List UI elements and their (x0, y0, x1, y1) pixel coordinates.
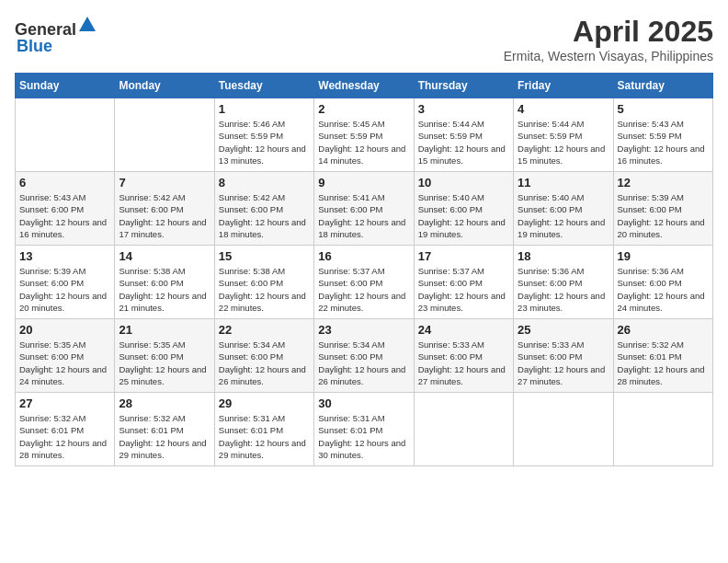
day-number: 14 (119, 249, 210, 263)
weekday-header-row: SundayMondayTuesdayWednesdayThursdayFrid… (16, 74, 713, 98)
day-info: Sunrise: 5:43 AMSunset: 6:00 PMDaylight:… (19, 191, 110, 240)
calendar-cell: 18Sunrise: 5:36 AMSunset: 6:00 PMDayligh… (514, 246, 613, 319)
weekday-header-sunday: Sunday (16, 74, 115, 98)
logo-icon (77, 15, 97, 35)
calendar-cell: 14Sunrise: 5:38 AMSunset: 6:00 PMDayligh… (115, 246, 214, 319)
day-info: Sunrise: 5:39 AMSunset: 6:00 PMDaylight:… (19, 265, 110, 314)
page-header: General Blue April 2025 Ermita, Western … (15, 15, 713, 63)
day-number: 28 (119, 396, 210, 410)
day-number: 25 (518, 323, 609, 337)
day-number: 18 (518, 249, 609, 263)
day-number: 16 (318, 249, 409, 263)
day-info: Sunrise: 5:42 AMSunset: 6:00 PMDaylight:… (119, 191, 210, 240)
calendar-cell: 5Sunrise: 5:43 AMSunset: 5:59 PMDaylight… (613, 98, 712, 172)
calendar-cell: 12Sunrise: 5:39 AMSunset: 6:00 PMDayligh… (613, 172, 712, 246)
logo-blue: Blue (17, 37, 52, 55)
day-number: 12 (618, 176, 709, 190)
day-info: Sunrise: 5:31 AMSunset: 6:01 PMDaylight:… (318, 412, 409, 461)
calendar-cell: 9Sunrise: 5:41 AMSunset: 6:00 PMDaylight… (314, 172, 414, 246)
day-number: 1 (219, 102, 310, 116)
calendar-cell (115, 98, 214, 172)
day-number: 13 (19, 249, 110, 263)
day-info: Sunrise: 5:45 AMSunset: 5:59 PMDaylight:… (318, 118, 409, 167)
week-row-4: 20Sunrise: 5:35 AMSunset: 6:00 PMDayligh… (16, 319, 713, 393)
day-info: Sunrise: 5:34 AMSunset: 6:00 PMDaylight:… (219, 339, 310, 387)
logo: General Blue (15, 15, 98, 54)
calendar-cell (16, 98, 115, 172)
weekday-header-wednesday: Wednesday (314, 74, 414, 98)
calendar-cell (414, 393, 513, 466)
calendar-cell: 24Sunrise: 5:33 AMSunset: 6:00 PMDayligh… (414, 319, 513, 393)
calendar-cell: 21Sunrise: 5:35 AMSunset: 6:00 PMDayligh… (115, 319, 214, 393)
month-year: April 2025 (504, 15, 713, 49)
weekday-header-thursday: Thursday (414, 74, 513, 98)
week-row-5: 27Sunrise: 5:32 AMSunset: 6:01 PMDayligh… (16, 393, 713, 466)
day-info: Sunrise: 5:32 AMSunset: 6:01 PMDaylight:… (19, 412, 110, 461)
day-info: Sunrise: 5:36 AMSunset: 6:00 PMDaylight:… (618, 265, 709, 314)
week-row-3: 13Sunrise: 5:39 AMSunset: 6:00 PMDayligh… (16, 246, 713, 319)
day-info: Sunrise: 5:42 AMSunset: 6:00 PMDaylight:… (219, 191, 310, 240)
day-info: Sunrise: 5:32 AMSunset: 6:01 PMDaylight:… (618, 339, 709, 387)
day-info: Sunrise: 5:38 AMSunset: 6:00 PMDaylight:… (219, 265, 310, 314)
day-number: 24 (418, 323, 509, 337)
day-info: Sunrise: 5:33 AMSunset: 6:00 PMDaylight:… (518, 339, 609, 387)
calendar-cell: 25Sunrise: 5:33 AMSunset: 6:00 PMDayligh… (514, 319, 613, 393)
day-number: 22 (219, 323, 310, 337)
calendar-cell: 22Sunrise: 5:34 AMSunset: 6:00 PMDayligh… (214, 319, 313, 393)
day-number: 19 (618, 249, 709, 263)
day-number: 9 (318, 176, 409, 190)
week-row-2: 6Sunrise: 5:43 AMSunset: 6:00 PMDaylight… (16, 172, 713, 246)
calendar-cell: 27Sunrise: 5:32 AMSunset: 6:01 PMDayligh… (16, 393, 115, 466)
weekday-header-monday: Monday (115, 74, 214, 98)
day-info: Sunrise: 5:39 AMSunset: 6:00 PMDaylight:… (618, 191, 709, 240)
day-number: 4 (518, 102, 609, 116)
day-number: 27 (19, 396, 110, 410)
weekday-header-tuesday: Tuesday (214, 74, 313, 98)
week-row-1: 1Sunrise: 5:46 AMSunset: 5:59 PMDaylight… (16, 98, 713, 172)
day-info: Sunrise: 5:44 AMSunset: 5:59 PMDaylight:… (518, 118, 609, 167)
day-info: Sunrise: 5:35 AMSunset: 6:00 PMDaylight:… (19, 339, 110, 387)
calendar-cell: 3Sunrise: 5:44 AMSunset: 5:59 PMDaylight… (414, 98, 513, 172)
calendar-cell: 6Sunrise: 5:43 AMSunset: 6:00 PMDaylight… (16, 172, 115, 246)
day-info: Sunrise: 5:38 AMSunset: 6:00 PMDaylight:… (119, 265, 210, 314)
day-info: Sunrise: 5:43 AMSunset: 5:59 PMDaylight:… (618, 118, 709, 167)
day-number: 30 (318, 396, 409, 410)
calendar-cell: 30Sunrise: 5:31 AMSunset: 6:01 PMDayligh… (314, 393, 414, 466)
calendar-cell: 8Sunrise: 5:42 AMSunset: 6:00 PMDaylight… (214, 172, 313, 246)
day-number: 2 (318, 102, 409, 116)
day-info: Sunrise: 5:32 AMSunset: 6:01 PMDaylight:… (119, 412, 210, 461)
calendar-cell: 10Sunrise: 5:40 AMSunset: 6:00 PMDayligh… (414, 172, 513, 246)
day-number: 15 (219, 249, 310, 263)
day-number: 11 (518, 176, 609, 190)
day-info: Sunrise: 5:31 AMSunset: 6:01 PMDaylight:… (219, 412, 310, 461)
calendar-cell: 13Sunrise: 5:39 AMSunset: 6:00 PMDayligh… (16, 246, 115, 319)
calendar-cell: 19Sunrise: 5:36 AMSunset: 6:00 PMDayligh… (613, 246, 712, 319)
weekday-header-friday: Friday (514, 74, 613, 98)
day-info: Sunrise: 5:37 AMSunset: 6:00 PMDaylight:… (318, 265, 409, 314)
logo-general: General (15, 20, 76, 39)
day-info: Sunrise: 5:35 AMSunset: 6:00 PMDaylight:… (119, 339, 210, 387)
calendar-cell: 23Sunrise: 5:34 AMSunset: 6:00 PMDayligh… (314, 319, 414, 393)
day-info: Sunrise: 5:46 AMSunset: 5:59 PMDaylight:… (219, 118, 310, 167)
day-number: 6 (19, 176, 110, 190)
day-info: Sunrise: 5:40 AMSunset: 6:00 PMDaylight:… (518, 191, 609, 240)
day-number: 17 (418, 249, 509, 263)
day-number: 3 (418, 102, 509, 116)
day-info: Sunrise: 5:37 AMSunset: 6:00 PMDaylight:… (418, 265, 509, 314)
calendar-cell: 2Sunrise: 5:45 AMSunset: 5:59 PMDaylight… (314, 98, 414, 172)
calendar-table: SundayMondayTuesdayWednesdayThursdayFrid… (15, 73, 713, 466)
day-info: Sunrise: 5:34 AMSunset: 6:00 PMDaylight:… (318, 339, 409, 387)
day-number: 23 (318, 323, 409, 337)
day-info: Sunrise: 5:44 AMSunset: 5:59 PMDaylight:… (418, 118, 509, 167)
day-number: 8 (219, 176, 310, 190)
day-number: 26 (618, 323, 709, 337)
weekday-header-saturday: Saturday (613, 74, 712, 98)
calendar-cell (514, 393, 613, 466)
day-info: Sunrise: 5:40 AMSunset: 6:00 PMDaylight:… (418, 191, 509, 240)
day-info: Sunrise: 5:36 AMSunset: 6:00 PMDaylight:… (518, 265, 609, 314)
calendar-cell: 11Sunrise: 5:40 AMSunset: 6:00 PMDayligh… (514, 172, 613, 246)
calendar-cell: 26Sunrise: 5:32 AMSunset: 6:01 PMDayligh… (613, 319, 712, 393)
day-number: 29 (219, 396, 310, 410)
calendar-cell: 4Sunrise: 5:44 AMSunset: 5:59 PMDaylight… (514, 98, 613, 172)
calendar-cell: 17Sunrise: 5:37 AMSunset: 6:00 PMDayligh… (414, 246, 513, 319)
